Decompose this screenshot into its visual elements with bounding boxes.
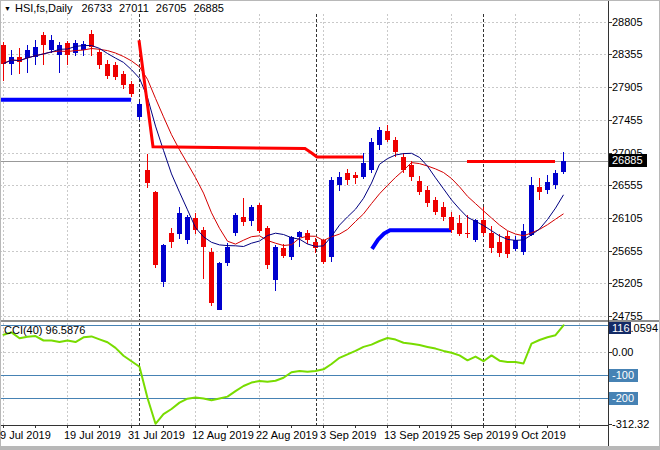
current-price-badge: 26885 xyxy=(609,154,647,167)
price-axis-label: 24755 xyxy=(612,310,643,322)
date-axis-label: 19 Jul 2019 xyxy=(64,429,121,441)
price-axis-label: 25205 xyxy=(612,277,643,289)
date-axis-label: 3 Sep 2019 xyxy=(320,429,376,441)
cci-axis-label: 0.00 xyxy=(612,346,633,358)
price-axis-label: 28805 xyxy=(612,16,643,28)
ohlc-low: 26705 xyxy=(156,2,187,14)
chart-header: ▼ HSI,fs,Daily 26733 27011 26705 26885 xyxy=(4,2,231,14)
price-axis-label: 25655 xyxy=(612,245,643,257)
date-axis-label: 22 Aug 2019 xyxy=(256,429,318,441)
price-axis-label: 26555 xyxy=(612,179,643,191)
price-axis-label: 26105 xyxy=(612,212,643,224)
cci-axis-label: -100 xyxy=(609,369,638,382)
date-axis-label: 31 Jul 2019 xyxy=(128,429,185,441)
chart-canvas[interactable] xyxy=(0,0,660,450)
symbol-period-label: HSI,fs,Daily xyxy=(15,2,72,14)
date-axis-label: 12 Aug 2019 xyxy=(192,429,254,441)
cci-axis-label: -312.32 xyxy=(612,418,649,430)
symbol-dropdown-icon[interactable]: ▼ xyxy=(4,5,11,12)
price-axis-label: 27455 xyxy=(612,114,643,126)
date-axis-label: 25 Sep 2019 xyxy=(448,429,510,441)
indicator-label: CCI(40) 96.5876 xyxy=(4,324,85,336)
ohlc-high: 27011 xyxy=(119,2,149,14)
ohlc-close: 26885 xyxy=(193,2,224,14)
trading-chart-window: ▼ HSI,fs,Daily 26733 27011 26705 26885 C… xyxy=(0,0,660,450)
ohlc-open: 26733 xyxy=(81,2,112,14)
date-axis-label: 13 Sep 2019 xyxy=(384,429,446,441)
cci-axis-label: -200 xyxy=(609,392,638,405)
date-axis-label: 9 Oct 2019 xyxy=(512,429,566,441)
cci-current-badge: 116.0594 xyxy=(609,322,658,335)
price-axis-label: 28355 xyxy=(612,48,643,60)
date-axis-label: 9 Jul 2019 xyxy=(0,429,51,441)
price-axis-label: 27905 xyxy=(612,81,643,93)
